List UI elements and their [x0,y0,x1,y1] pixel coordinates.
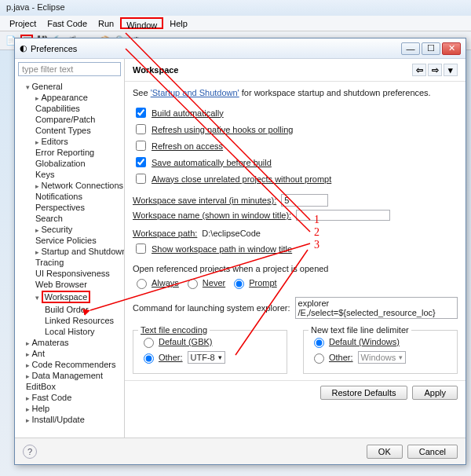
delim-other-radio[interactable]: Other: [310,351,353,364]
menu-project[interactable]: Project [5,17,41,29]
forward-icon: ⇨ [432,65,439,75]
dialog-title: Preferences [31,44,400,53]
eclipse-icon: ◐ [20,43,27,53]
cmd-input[interactable]: explorer /E,/select=${selected_resource_… [295,297,458,319]
build-auto-checkbox[interactable]: Build automatically [133,105,458,120]
tree-item[interactable]: Editors [20,136,124,147]
menu-run[interactable]: Run [93,17,119,29]
menu-window[interactable]: Window [120,17,163,29]
save-auto-checkbox[interactable]: Save automatically before build [133,155,458,170]
tree-item[interactable]: Search [20,213,124,224]
eclipse-window: p.java - Eclipse Project Fast Code Run W… [0,0,471,476]
menu-bar: Project Fast Code Run Window Help [0,16,471,31]
tree-item[interactable]: Compare/Patch [20,114,124,125]
tree-item[interactable]: Help [20,403,124,414]
tree-item[interactable]: Startup and Shutdown [20,246,124,257]
prompt-radio[interactable]: Prompt [230,276,276,289]
wsname-input[interactable] [296,210,390,221]
tree-item[interactable]: Content Types [20,125,124,136]
open-ref-label: Open referenced projects when a project … [133,264,458,273]
ok-button[interactable]: OK [367,445,403,459]
tree-item[interactable]: UI Responsiveness [20,268,124,279]
tree-item[interactable]: Capabilities [20,103,124,114]
refresh-access-checkbox[interactable]: Refresh on access [133,138,458,153]
tree-item[interactable]: Local History [20,326,124,337]
page-title: Workspace [133,65,179,75]
annotation-3: 3 [314,239,319,251]
interval-label: Workspace save interval (in minutes): [133,196,276,205]
cancel-button[interactable]: Cancel [407,445,458,459]
tree-item[interactable]: Fast Code [20,392,124,403]
menu-button[interactable]: ▾ [444,64,458,76]
menu-fastcode[interactable]: Fast Code [42,17,92,29]
never-radio[interactable]: Never [184,276,225,289]
tree-workspace[interactable]: Workspace [20,290,124,304]
see-text: See 'Startup and Shutdown' for workspace… [133,88,458,97]
back-icon: ⇦ [416,65,423,75]
annotation-2: 2 [314,226,319,239]
preferences-content: Workspace ⇦ ⇨ ▾ See 'Startup and Shutdow… [125,59,466,438]
close-unrelated-checkbox[interactable]: Always close unrelated projects without … [133,171,458,186]
refresh-hooks-checkbox[interactable]: Refresh using native hooks or polling [133,122,458,137]
delim-default-radio[interactable]: Default (Windows) [310,335,451,348]
tree-item[interactable]: Service Policies [20,235,124,246]
tree-item[interactable]: Install/Update [20,414,124,425]
dialog-titlebar: ◐ Preferences — ☐ ✕ [15,38,466,59]
menu-icon: ▾ [448,65,453,75]
tree-item[interactable]: Perspectives [20,202,124,213]
tree-general[interactable]: General [20,81,124,92]
tree-item[interactable]: EditBox [20,381,124,392]
main-title: p.java - Eclipse [0,0,471,16]
tree-item[interactable]: Security [20,224,124,235]
tree-item[interactable]: Web Browser [20,279,124,290]
encoding-group: Text file encoding Default (GBK) Other: … [133,330,287,374]
wspath-value: D:\eclipseCode [202,229,261,238]
tree-item[interactable]: Code Recommenders [20,359,124,370]
tree-item[interactable]: Data Management [20,370,124,381]
help-button[interactable]: ? [23,445,37,459]
tree-item[interactable]: Linked Resources [20,315,124,326]
wsname-label: Workspace name (shown in window title): [133,211,291,220]
always-radio[interactable]: Always [133,276,179,289]
tree-item[interactable]: Keys [20,169,124,180]
interval-input[interactable]: 5 [281,194,328,207]
maximize-button[interactable]: ☐ [422,42,440,55]
back-button[interactable]: ⇦ [412,64,426,76]
apply-button[interactable]: Apply [412,386,458,400]
enc-default-radio[interactable]: Default (GBK) [140,335,280,348]
restore-defaults-button[interactable]: Restore Defaults [320,386,408,400]
minimize-button[interactable]: — [401,42,420,55]
close-button[interactable]: ✕ [442,42,461,55]
tree-item[interactable]: Appearance [20,92,124,103]
menu-help[interactable]: Help [165,17,192,29]
cmd-label: Command for launching system explorer: [133,303,290,313]
filter-input[interactable]: type filter text [18,62,121,76]
tree-item[interactable]: Error Reporting [20,147,124,158]
startup-shutdown-link[interactable]: 'Startup and Shutdown' [151,88,239,97]
enc-other-radio[interactable]: Other: [140,351,183,364]
tree-item[interactable]: Network Connections [20,180,124,191]
annotation-1: 1 [314,214,319,226]
delimiter-group: New text file line delimiter Default (Wi… [303,330,458,374]
tree-item[interactable]: Amateras [20,337,124,348]
tree-item[interactable]: Tracing [20,257,124,268]
tree-item[interactable]: Ant [20,348,124,359]
tree-item[interactable]: Build Order [20,304,124,315]
preferences-dialog: ◐ Preferences — ☐ ✕ type filter text Gen… [14,38,466,465]
wspath-label: Workspace path: [133,229,197,238]
delim-other-combo[interactable]: Windows [358,351,407,364]
preferences-tree: type filter text General Appearance Capa… [15,59,125,438]
forward-button[interactable]: ⇨ [428,64,442,76]
enc-other-combo[interactable]: UTF-8 [188,351,225,364]
tree-item[interactable]: Globalization [20,158,124,169]
tree-item[interactable]: Notifications [20,191,124,202]
show-path-checkbox[interactable]: Show workspace path in window title [133,241,458,256]
